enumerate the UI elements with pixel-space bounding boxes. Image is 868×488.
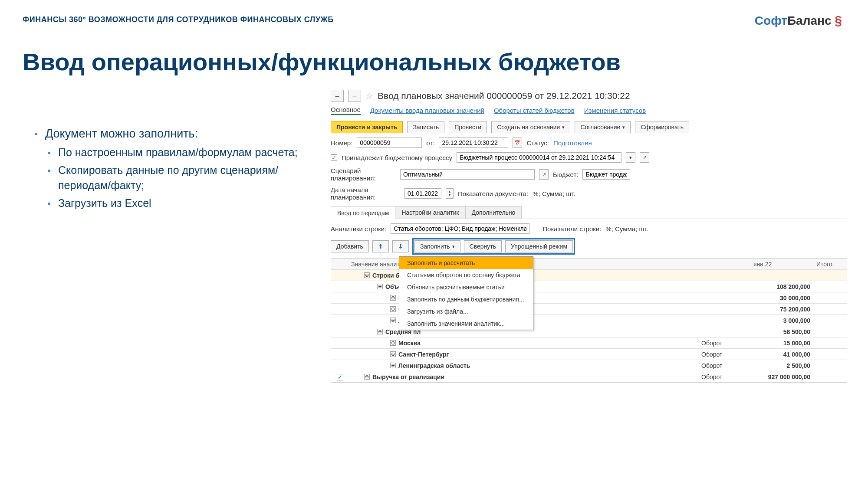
collapse-button[interactable]: Свернуть (464, 240, 502, 252)
process-label: Принадлежит бюджетному процессу (342, 154, 452, 161)
tabs: Ввод по периодам Настройки аналитик Допо… (331, 206, 847, 219)
expand-icon[interactable]: ⊖ (377, 284, 383, 289)
indicators-value: %; Сумма; шт. (533, 190, 575, 197)
scenario-input[interactable] (400, 169, 535, 180)
move-up-button[interactable]: ⬆ (372, 240, 389, 252)
status-label: Статус: (526, 139, 549, 147)
row-value: 41 000,00 (753, 351, 816, 358)
row-indicators-value: %; Сумма; шт. (605, 225, 648, 233)
create-based-button[interactable]: Создать на основании (491, 121, 570, 133)
dd-fill-calc[interactable]: Заполнить и рассчитать (399, 257, 533, 269)
add-button[interactable]: Добавить (331, 240, 369, 252)
save-button[interactable]: Записать (407, 121, 444, 133)
expand-icon[interactable]: ⊕ (390, 318, 396, 323)
post-close-button[interactable]: Провести и закрыть (331, 121, 403, 133)
scenario-label: Сценарий планирования: (331, 167, 396, 182)
bullet-main: Документ можно заполнить: (35, 126, 312, 142)
nav-link-turnovers[interactable]: Обороты статей бюджетов (494, 107, 575, 114)
row-value: 58 500,00 (753, 328, 816, 335)
dd-by-articles[interactable]: Статьями оборотов по составу бюджета (399, 269, 533, 281)
app-screenshot: ← → ☆ Ввод плановых значений 000000059 о… (331, 88, 847, 383)
table-row[interactable]: ⊕МоскваОборот15 000,00 (331, 337, 847, 349)
approval-button[interactable]: Согласование (575, 121, 631, 133)
row-value: 2 500,00 (753, 362, 816, 369)
expand-icon[interactable]: ⊖ (364, 272, 370, 278)
row-value: 108 200,000 (753, 283, 816, 290)
bullet-item-1: Скопировать данные по другим сценариям/ … (48, 163, 312, 193)
fill-button[interactable]: Заполнить (414, 240, 460, 252)
bullet-list: Документ можно заполнить: По настроенным… (26, 126, 312, 213)
nav-forward-button[interactable]: → (348, 90, 361, 102)
fill-dropdown: Заполнить и рассчитать Статьями оборотов… (399, 256, 533, 330)
analytics-row-label: Аналитики строки: (331, 225, 386, 233)
budget-input[interactable] (582, 169, 630, 180)
page-header: ФИНАНСЫ 360° ВОЗМОЖНОСТИ ДЛЯ СОТРУДНИКОВ… (23, 15, 334, 24)
logo-part1: Софт (755, 14, 787, 27)
table-row[interactable]: ⊕Санкт-ПетербургОборот41 000,00 (331, 349, 847, 360)
process-dropdown-icon[interactable]: ▾ (626, 152, 635, 163)
expand-icon[interactable]: ⊕ (390, 306, 396, 312)
data-table: Значение аналити янв.22 Итого ⊖Строки бю… (331, 258, 847, 383)
row-name: Санкт-Петербург (398, 351, 449, 358)
table-row[interactable]: ✓⊖Выручка от реализацииОборот927 000 000… (331, 371, 847, 383)
calendar-icon[interactable]: 📅 (513, 138, 522, 148)
expand-icon[interactable]: ⊖ (364, 374, 370, 380)
row-type: Оборот (701, 373, 753, 380)
row-name: Выручка от реализации (372, 373, 444, 380)
expand-icon[interactable]: ⊕ (390, 351, 396, 357)
row-type: Оборот (701, 340, 753, 347)
col-total: Итого (816, 261, 847, 268)
expand-icon[interactable]: ⊕ (390, 363, 396, 368)
bullet-item-0: По настроенным правилам/формулам расчета… (48, 145, 312, 160)
tab-periods[interactable]: Ввод по периодам (331, 206, 395, 219)
dd-update-calc[interactable]: Обновить рассчитываемые статьи (399, 281, 533, 293)
move-down-button[interactable]: ⬇ (392, 240, 409, 252)
toolbar: Провести и закрыть Записать Провести Соз… (331, 121, 847, 133)
logo-part2: Баланс (787, 14, 832, 27)
nav-back-button[interactable]: ← (331, 90, 344, 102)
nav-link-status[interactable]: Изменения статусов (584, 107, 646, 114)
page-title: Ввод операционных/функциональных бюджето… (23, 48, 621, 76)
startdate-label: Дата начала планирования: (331, 186, 400, 201)
number-label: Номер: (331, 139, 352, 147)
tab-analytics[interactable]: Настройки аналитик (395, 206, 465, 219)
process-input[interactable] (457, 152, 621, 163)
logo-icon: § (835, 13, 842, 27)
col-period: янв.22 (753, 261, 816, 268)
row-value: 75 200,000 (753, 306, 816, 313)
table-row[interactable]: ⊕Ленинградская областьОборот2 500,00 (331, 360, 847, 371)
dd-from-file[interactable]: Загрузить из файла... (399, 305, 533, 318)
status-link[interactable]: Подготовлен (553, 139, 592, 147)
dd-by-budgeting[interactable]: Заполнить по данным бюджетирования... (399, 293, 533, 305)
simple-mode-button[interactable]: Упрощенный режим (505, 240, 573, 252)
expand-icon[interactable]: ⊕ (390, 340, 396, 346)
nav-link-main[interactable]: Основное (331, 106, 361, 115)
row-type: Оборот (701, 351, 753, 358)
generate-button[interactable]: Сформировать (635, 121, 689, 133)
analytics-row-input[interactable] (391, 223, 529, 234)
process-checkbox[interactable]: ✓ (331, 154, 337, 161)
post-button[interactable]: Провести (449, 121, 487, 133)
tab-additional[interactable]: Дополнительно (465, 206, 522, 219)
nav-link-docs[interactable]: Документы ввода плановых значений (370, 107, 484, 114)
expand-icon[interactable]: ⊖ (377, 329, 383, 334)
row-value: 927 000 000,00 (753, 373, 816, 380)
indicators-label: Показатели документа: (458, 190, 528, 197)
row-name: Ленинградская область (398, 362, 470, 369)
number-input[interactable] (357, 138, 422, 148)
favorite-icon[interactable]: ☆ (365, 91, 373, 101)
process-open-icon[interactable]: ↗ (640, 152, 649, 163)
logo: СофтБаланс § (755, 13, 842, 28)
row-checkbox[interactable]: ✓ (337, 374, 343, 380)
row-value: 30 000,000 (753, 295, 816, 301)
date-input[interactable] (439, 138, 508, 148)
dd-by-analytics[interactable]: Заполнить значениями аналитик... (399, 318, 533, 330)
scenario-open-icon[interactable]: ↗ (539, 169, 549, 180)
row-value: 3 000,000 (753, 317, 816, 324)
nav-links: Основное Документы ввода плановых значен… (331, 106, 847, 115)
row-value: 15 000,00 (753, 340, 816, 347)
startdate-spinner[interactable]: ▴▾ (446, 188, 454, 199)
document-title: Ввод плановых значений 000000059 от 29.1… (378, 91, 630, 101)
startdate-input[interactable] (404, 188, 441, 199)
expand-icon[interactable]: ⊕ (390, 295, 396, 301)
